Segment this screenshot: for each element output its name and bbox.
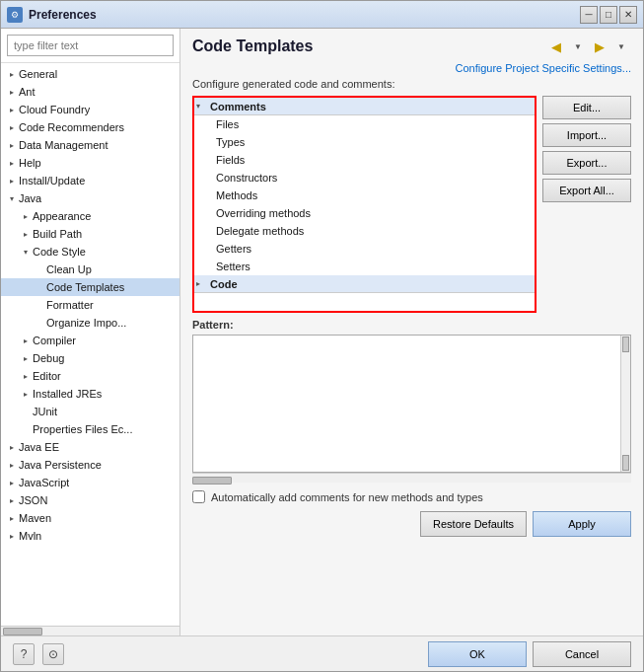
tree-item-code-style[interactable]: Code Style [1,243,179,261]
search-box [1,29,179,63]
tree-item-data-management[interactable]: Data Management [1,136,179,154]
tmpl-group-arrow-code: ▸ [196,279,210,288]
tmpl-item-label-overriding-methods: Overriding methods [216,207,311,219]
tree-item-build-path[interactable]: Build Path [1,225,179,243]
tree-label-mvln: Mvln [19,530,41,542]
tmpl-item-methods[interactable]: Methods [194,187,535,204]
tree-label-java-ee: Java EE [19,441,59,453]
tmpl-item-overriding-methods[interactable]: Overriding methods [194,204,535,222]
templates-scroll[interactable]: ▾ Comments Files Types Fields [194,98,535,311]
ok-button[interactable]: OK [428,641,527,667]
pattern-content[interactable] [193,336,620,472]
tmpl-item-fields[interactable]: Fields [194,151,535,169]
tree-item-compiler[interactable]: Compiler [1,332,179,349]
arrow-junit [19,405,33,418]
export-all-button[interactable]: Export All... [542,179,631,202]
arrow-clean-up [33,262,46,276]
tree-item-formatter[interactable]: Formatter [1,296,179,314]
arrow-installed-jres [19,387,33,401]
back-dropdown-button[interactable]: ▼ [568,37,588,56]
tree-item-help[interactable]: Help [1,154,179,172]
tmpl-group-comments[interactable]: ▾ Comments [194,98,535,115]
tree-label-clean-up: Clean Up [46,263,92,275]
tree-item-javascript[interactable]: JavaScript [1,474,179,491]
arrow-json [5,493,19,507]
auto-comments-label: Automatically add comments for new metho… [211,491,483,503]
tree-label-code-templates: Code Templates [46,281,124,293]
tmpl-group-arrow-comments: ▾ [196,102,210,111]
export-button[interactable]: Export... [542,151,631,175]
close-button[interactable]: ✕ [619,6,637,24]
preferences-button[interactable]: ⊙ [42,643,64,665]
import-button[interactable]: Import... [542,123,631,147]
tmpl-item-constructors[interactable]: Constructors [194,169,535,187]
configure-project-link[interactable]: Configure Project Specific Settings... [192,62,631,74]
tree-item-junit[interactable]: JUnit [1,403,179,420]
arrow-mvln [5,529,19,543]
maximize-button[interactable]: □ [600,6,617,24]
tmpl-item-label-fields: Fields [216,154,245,166]
tree-item-editor[interactable]: Editor [1,367,179,385]
tree-item-organize-imports[interactable]: Organize Impo... [1,314,179,332]
tree-label-debug: Debug [33,352,64,364]
tree-item-debug[interactable]: Debug [1,349,179,367]
minimize-button[interactable]: ─ [580,6,598,24]
tree-item-properties-files[interactable]: Properties Files Ec... [1,420,179,438]
tree-label-formatter: Formatter [46,299,94,311]
tree-item-appearance[interactable]: Appearance [1,207,179,225]
tmpl-item-label-files: Files [216,118,239,130]
footer-left: ? ⊙ [13,643,64,665]
help-button[interactable]: ? [13,643,35,665]
pattern-vscroll-up[interactable] [622,336,629,352]
back-button[interactable]: ◀ [546,37,566,56]
tree-item-clean-up[interactable]: Clean Up [1,261,179,278]
tree-item-install-update[interactable]: Install/Update [1,172,179,189]
tree-item-general[interactable]: General [1,65,179,83]
arrow-appearance [19,209,33,223]
cancel-button[interactable]: Cancel [533,641,631,667]
tree-label-code-style: Code Style [33,246,86,258]
tree-scroll-thumb-h[interactable] [3,628,42,635]
arrow-data-management [5,138,19,152]
pattern-hscroll-thumb[interactable] [192,477,232,485]
restore-defaults-button[interactable]: Restore Defaults [420,511,527,537]
tree-area[interactable]: General Ant Cloud Foundry Code Recommend… [1,63,179,626]
tree-item-json[interactable]: JSON [1,491,179,509]
tree-item-installed-jres[interactable]: Installed JREs [1,385,179,403]
arrow-help [5,156,19,170]
tree-scrollbar-h[interactable] [1,626,179,635]
tree-item-code-recommenders[interactable]: Code Recommenders [1,118,179,136]
tree-item-cloud-foundry[interactable]: Cloud Foundry [1,101,179,118]
tmpl-item-files[interactable]: Files [194,115,535,133]
pattern-vscroll-down[interactable] [622,455,629,471]
window-controls: ─ □ ✕ [580,6,637,24]
tree-item-java-ee[interactable]: Java EE [1,438,179,456]
tree-label-properties-files: Properties Files Ec... [33,423,132,435]
tree-item-code-templates[interactable]: Code Templates [1,278,179,296]
tree-label-data-management: Data Management [19,139,108,151]
edit-button[interactable]: Edit... [542,96,631,119]
forward-button[interactable]: ▶ [590,37,609,56]
tree-item-maven[interactable]: Maven [1,509,179,527]
tmpl-item-getters[interactable]: Getters [194,240,535,258]
tmpl-item-delegate-methods[interactable]: Delegate methods [194,222,535,240]
tree-label-code-recommenders: Code Recommenders [19,121,124,133]
auto-comments-checkbox[interactable] [192,490,205,503]
tree-label-java-persistence: Java Persistence [19,459,102,471]
pattern-scrollbar-h[interactable] [192,473,631,483]
search-input[interactable] [7,35,174,56]
tmpl-group-code[interactable]: ▸ Code [194,275,535,293]
tmpl-item-types[interactable]: Types [194,133,535,151]
tree-item-mvln[interactable]: Mvln [1,527,179,545]
apply-button[interactable]: Apply [533,511,631,537]
tree-item-java-persistence[interactable]: Java Persistence [1,456,179,474]
tree-item-java[interactable]: Java [1,189,179,207]
templates-tree[interactable]: ▾ Comments Files Types Fields [192,96,537,313]
tmpl-group-label-code: Code [210,278,238,290]
tree-item-ant[interactable]: Ant [1,83,179,101]
tmpl-group-label-comments: Comments [210,101,266,112]
arrow-java-persistence [5,458,19,472]
arrow-general [5,67,19,81]
tmpl-item-setters[interactable]: Setters [194,258,535,275]
forward-dropdown-button[interactable]: ▼ [611,37,631,56]
